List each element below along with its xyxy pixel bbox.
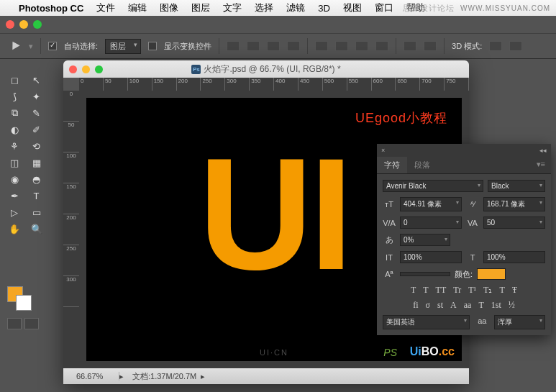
marquee-tool-icon[interactable]: ◻	[4, 72, 24, 88]
scale-input[interactable]: 0%	[400, 234, 450, 246]
align-icon[interactable]	[247, 41, 260, 51]
panel-header[interactable]: ×◂◂	[377, 144, 551, 157]
zoom-level[interactable]: 66.67%	[69, 372, 119, 380]
tab-paragraph[interactable]: 段落	[407, 157, 437, 173]
vertical-ruler[interactable]: 050100150200250300	[63, 91, 79, 368]
leading-input[interactable]: 168.71 像素	[483, 197, 545, 211]
move-tool-icon[interactable]: ↖	[27, 72, 47, 88]
panel-menu-icon[interactable]: ▾≡	[531, 157, 551, 173]
vscale-input[interactable]: 100%	[400, 251, 462, 263]
smallcaps-button[interactable]: Tr	[453, 285, 461, 296]
character-panel: ×◂◂ 字符 段落 ▾≡ Avenir Black Black тT 404.9…	[377, 144, 551, 335]
crop-tool-icon[interactable]: ⧉	[4, 105, 24, 121]
magic-wand-tool-icon[interactable]: ✦	[27, 88, 47, 104]
antialias-select[interactable]: 浑厚	[494, 315, 545, 329]
tools-panel: ◻ ↖ ⟆ ✦ ⧉ ✎ ◐ ✐ ⚘ ⟲ ◫ ▦ ◉ ◓ ✒ T ▷ ▭ ✋ 🔍	[4, 72, 47, 237]
document-title: Ps火焰字.psd @ 66.7% (UI, RGB/8*) *	[63, 63, 469, 76]
brush-tool-icon[interactable]: ✐	[27, 122, 47, 137]
auto-select-target[interactable]: 图层	[105, 39, 141, 54]
superscript-button[interactable]: T¹	[468, 285, 476, 296]
gradient-tool-icon[interactable]: ▦	[27, 155, 47, 170]
move-tool-icon[interactable]	[9, 40, 22, 53]
baseline-input[interactable]	[400, 272, 450, 276]
clone-stamp-tool-icon[interactable]: ⚘	[4, 138, 24, 154]
menu-3d[interactable]: 3D	[318, 3, 330, 14]
menu-select[interactable]: 选择	[255, 1, 273, 14]
history-brush-tool-icon[interactable]: ⟲	[27, 138, 47, 154]
distribute-icon[interactable]	[424, 41, 437, 51]
swash-button[interactable]: A	[450, 300, 457, 311]
menu-window[interactable]: 窗口	[375, 1, 393, 14]
doc-size[interactable]: 文档:1.37M/20.7M	[125, 371, 196, 382]
minimize-button[interactable]	[19, 20, 28, 29]
3d-mode-icon[interactable]	[489, 41, 502, 51]
stylistic-button[interactable]: aa	[464, 300, 472, 311]
distribute-icon[interactable]	[335, 41, 348, 51]
spot-heal-tool-icon[interactable]: ◐	[4, 122, 24, 137]
discretionary-button[interactable]: st	[437, 300, 443, 311]
menu-file[interactable]: 文件	[96, 1, 115, 14]
rectangle-tool-icon[interactable]: ▭	[27, 204, 47, 220]
font-family-select[interactable]: Avenir Black	[383, 180, 483, 192]
titling-button[interactable]: T	[478, 300, 483, 311]
doc-minimize-button[interactable]	[82, 65, 90, 73]
eraser-tool-icon[interactable]: ◫	[4, 155, 24, 170]
pen-tool-icon[interactable]: ✒	[4, 188, 24, 204]
type-tool-icon[interactable]: T	[27, 188, 47, 204]
tracking-input[interactable]: 50	[483, 216, 545, 229]
tracking-icon: VA	[466, 217, 479, 229]
scale-icon: あ	[383, 234, 396, 246]
doc-zoom-button[interactable]	[95, 65, 103, 73]
distribute-icon[interactable]	[404, 41, 416, 51]
text-color-swatch[interactable]	[477, 268, 506, 280]
faux-italic-button[interactable]: T	[423, 285, 428, 296]
kerning-icon: V/A	[383, 217, 396, 229]
language-select[interactable]: 美国英语	[383, 315, 470, 329]
ligature-button[interactable]: fi	[413, 300, 418, 311]
eyedropper-tool-icon[interactable]: ✎	[27, 105, 47, 121]
distribute-icon[interactable]	[355, 41, 368, 51]
kerning-input[interactable]: 0	[400, 216, 462, 229]
align-icon[interactable]	[287, 41, 300, 51]
auto-select-checkbox[interactable]	[48, 42, 57, 50]
menu-image[interactable]: 图像	[160, 1, 178, 14]
distribute-icon[interactable]	[375, 41, 388, 51]
menu-edit[interactable]: 编辑	[128, 1, 147, 14]
ordinals-button[interactable]: 1st	[491, 300, 501, 311]
path-select-tool-icon[interactable]: ▷	[4, 204, 24, 220]
tab-character[interactable]: 字符	[377, 157, 407, 173]
blur-tool-icon[interactable]: ◉	[4, 171, 24, 187]
faux-bold-button[interactable]: T	[411, 285, 416, 296]
allcaps-button[interactable]: TT	[436, 285, 447, 296]
zoom-button[interactable]	[33, 20, 42, 29]
horizontal-ruler[interactable]: 0501001502002503003504004505005506006507…	[79, 78, 469, 91]
background-color-swatch[interactable]	[16, 295, 32, 311]
menu-type[interactable]: 文字	[223, 1, 242, 14]
doc-close-button[interactable]	[69, 65, 77, 73]
dodge-tool-icon[interactable]: ◓	[27, 171, 47, 187]
distribute-icon[interactable]	[315, 41, 328, 51]
close-button[interactable]	[6, 20, 14, 29]
quick-mask-toggle[interactable]	[7, 318, 39, 329]
align-icon[interactable]	[227, 41, 240, 51]
contextual-button[interactable]: σ	[426, 300, 430, 311]
lasso-tool-icon[interactable]: ⟆	[4, 88, 24, 104]
align-icon[interactable]	[267, 41, 280, 51]
font-style-select[interactable]: Black	[488, 180, 545, 192]
menu-filter[interactable]: 滤镜	[286, 1, 305, 14]
strikethrough-button[interactable]: Ŧ	[512, 285, 517, 296]
hand-tool-icon[interactable]: ✋	[4, 221, 24, 237]
close-icon[interactable]: ×	[381, 147, 385, 154]
3d-mode-icon[interactable]	[509, 41, 522, 51]
zoom-tool-icon[interactable]: 🔍	[27, 221, 47, 237]
app-name[interactable]: Photoshop CC	[19, 3, 83, 14]
show-transform-checkbox[interactable]	[148, 42, 157, 50]
subscript-button[interactable]: T₁	[483, 285, 492, 296]
hscale-input[interactable]: 100%	[483, 251, 545, 263]
fractions-button[interactable]: ½	[509, 300, 515, 311]
menu-view[interactable]: 视图	[343, 1, 362, 14]
font-size-input[interactable]: 404.91 像素	[400, 197, 462, 211]
document-titlebar[interactable]: Ps火焰字.psd @ 66.7% (UI, RGB/8*) *	[63, 60, 469, 78]
menu-layer[interactable]: 图层	[191, 1, 210, 14]
underline-button[interactable]: T	[499, 285, 504, 296]
